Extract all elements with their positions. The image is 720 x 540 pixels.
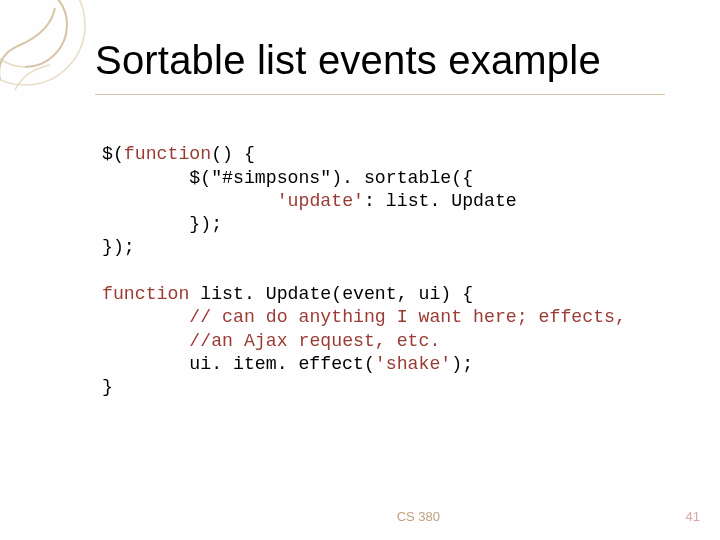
code-line: }); <box>102 214 222 234</box>
code-line: 'update': list. Update <box>102 191 517 211</box>
code-line: $("#simpsons"). sortable({ <box>102 168 473 188</box>
code-line: //an Ajax request, etc. <box>102 331 440 351</box>
course-label: CS 380 <box>397 509 440 524</box>
code-block: $(function() { $("#simpsons"). sortable(… <box>102 120 626 400</box>
code-line: function list. Update(event, ui) { <box>102 284 473 304</box>
slide-title: Sortable list events example <box>95 38 601 83</box>
title-underline <box>95 94 665 95</box>
page-number: 41 <box>686 509 700 524</box>
svg-point-1 <box>0 0 67 67</box>
svg-point-0 <box>0 0 85 85</box>
code-line: }); <box>102 237 135 257</box>
code-line: $(function() { <box>102 144 255 164</box>
code-line: // can do anything I want here; effects, <box>102 307 626 327</box>
code-line: ui. item. effect('shake'); <box>102 354 473 374</box>
code-line: } <box>102 377 113 397</box>
